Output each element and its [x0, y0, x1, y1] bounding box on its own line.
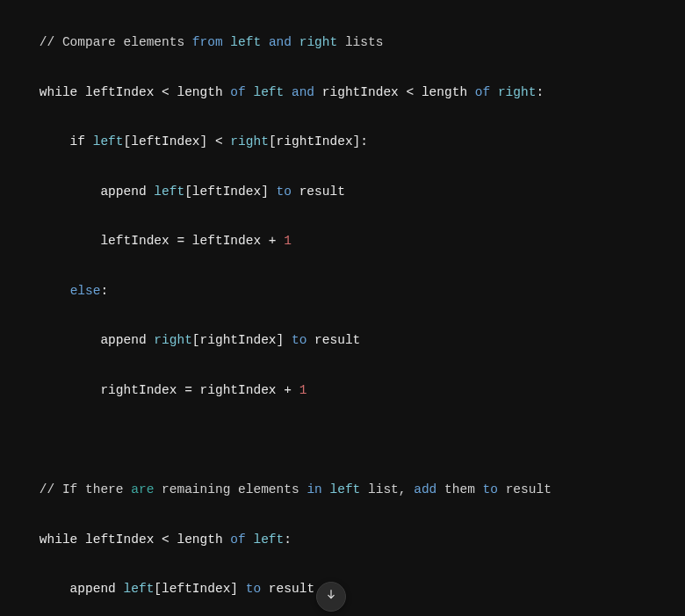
keyword-are: are: [131, 482, 154, 496]
ident-left: left: [93, 134, 124, 149]
code-line: leftIndex = leftIndex + 1: [9, 228, 676, 253]
keyword-of: of: [475, 85, 490, 99]
keyword-of: of: [230, 533, 245, 547]
ident-right: right: [230, 134, 269, 149]
code-line: if left[leftIndex] < right[rightIndex]:: [9, 129, 676, 154]
keyword-to: to: [246, 582, 261, 596]
blank-line: [9, 428, 676, 453]
code-line: while leftIndex < length of left and rig…: [9, 80, 676, 105]
code-editor[interactable]: // Compare elements from left and right …: [0, 0, 685, 616]
keyword-and: and: [269, 35, 292, 49]
keyword-of: of: [230, 85, 245, 99]
keyword-and: and: [292, 85, 314, 99]
keyword-to: to: [292, 333, 306, 347]
keyword-in: in: [306, 482, 321, 496]
keyword-to: to: [483, 482, 498, 496]
ident-left: left: [329, 482, 360, 496]
code-line: // Compare elements from left and right …: [9, 30, 676, 54]
ident-left: left: [154, 185, 184, 199]
keyword-to: to: [277, 185, 292, 199]
code-line: // If there are remaining elements in le…: [9, 477, 676, 502]
number-literal: 1: [299, 383, 307, 397]
code-line: else:: [9, 279, 676, 303]
code-line: append right[rightIndex] to result: [9, 328, 676, 352]
ident-right: right: [154, 333, 192, 347]
number-literal: 1: [284, 234, 292, 248]
ident-left: left: [253, 533, 284, 547]
keyword-from: from: [192, 35, 223, 49]
keyword-else: else: [70, 284, 101, 298]
scroll-down-button[interactable]: [316, 582, 346, 612]
comment-text: // Compare elements: [9, 35, 192, 49]
code-line: while leftIndex < length of left:: [9, 527, 676, 552]
ident-right: right: [498, 85, 537, 99]
ident-left: left: [253, 85, 284, 99]
ident-left: left: [230, 35, 261, 49]
code-line: append left[leftIndex] to result: [9, 179, 676, 204]
keyword-add: add: [414, 482, 436, 496]
ident-left: left: [124, 582, 155, 596]
arrow-down-icon: [325, 584, 337, 609]
code-line: rightIndex = rightIndex + 1: [9, 378, 676, 402]
ident-right: right: [299, 35, 338, 49]
